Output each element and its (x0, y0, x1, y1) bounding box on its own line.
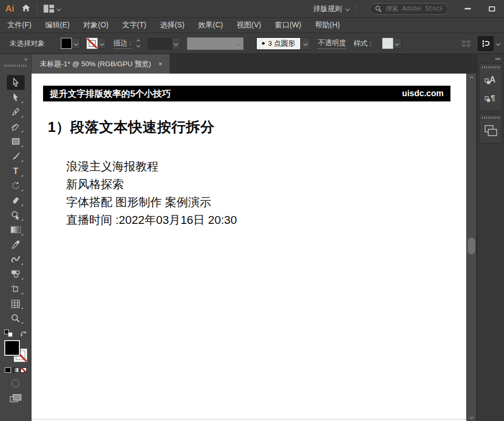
panel-glyph-icon (481, 39, 490, 48)
artboard-header-bar: 提升文字排版效率的5个小技巧 uisdc.com (43, 86, 450, 101)
maximize-button[interactable] (480, 2, 504, 16)
drawing-mode-icon[interactable] (12, 379, 19, 387)
stroke-color-swatch[interactable] (87, 38, 98, 49)
artboard-tool[interactable] (7, 281, 25, 296)
paragraph-styles-icon[interactable]: ¶ (482, 90, 500, 106)
selection-tool[interactable] (7, 75, 25, 90)
menu-object[interactable]: 对象(O) (83, 20, 109, 30)
eyedropper-tool[interactable] (7, 237, 25, 252)
menu-view[interactable]: 视图(V) (237, 20, 261, 30)
brush-dropdown-button[interactable] (301, 37, 310, 50)
style-dropdown-button[interactable] (393, 38, 402, 49)
home-icon[interactable] (22, 4, 30, 14)
styles-panel-group: A ¶ (479, 64, 502, 111)
search-input[interactable] (385, 5, 443, 13)
gradient-tool[interactable] (7, 222, 25, 237)
svg-text:T: T (13, 167, 18, 176)
rectangle-tool[interactable] (7, 134, 25, 149)
artboard-heading: 1）段落文本快速按行拆分 (48, 118, 215, 137)
illustrator-window: Ai 排版规则 文件(F) 编辑(E) 对象(O) 文字(T) (0, 0, 504, 421)
document-tab-title: 未标题-1* @ 50% (RGB/GPU 预览) (40, 59, 151, 69)
chevron-down-icon (174, 41, 178, 45)
stroke-weight-dropdown-button[interactable] (172, 37, 181, 50)
rotate-tool[interactable] (7, 178, 25, 193)
maximize-icon (489, 6, 495, 12)
screen-mode-icon[interactable] (9, 394, 22, 403)
brush-definition-dropdown[interactable]: 3 点圆形 (256, 37, 301, 50)
menu-select[interactable]: 选择(S) (160, 20, 185, 30)
canvas[interactable]: 提升文字排版效率的5个小技巧 uisdc.com 1）段落文本快速按行拆分 浪漫… (32, 74, 466, 421)
gradient-mode-chip[interactable] (13, 367, 19, 373)
panel-grip[interactable] (482, 66, 500, 68)
width-tool[interactable] (7, 252, 25, 266)
close-tab-icon[interactable]: × (159, 60, 163, 68)
none-mode-chip[interactable] (20, 367, 27, 373)
panel-grip[interactable] (482, 117, 500, 119)
fill-indicator-swatch[interactable] (4, 340, 20, 356)
color-controls (0, 330, 31, 403)
toolbar-grip[interactable] (4, 65, 27, 67)
selection-status: 未选择对象 (9, 39, 55, 48)
character-styles-icon[interactable]: A (482, 73, 500, 88)
toolbar-collapse-icon[interactable]: » (24, 56, 27, 62)
stroke-weight-field[interactable] (148, 38, 172, 49)
menu-effect[interactable]: 效果(C) (198, 20, 223, 30)
workspace-switcher[interactable]: 排版规则 (313, 4, 349, 14)
type-tool[interactable]: T (7, 163, 25, 178)
artboards-icon[interactable] (482, 123, 500, 139)
artboards-panel-group (479, 114, 502, 143)
document-tab[interactable]: 未标题-1* @ 50% (RGB/GPU 预览) × (32, 54, 170, 74)
brush-preview-dot-icon (262, 42, 265, 45)
scrollbar-thumb[interactable] (468, 238, 475, 254)
scroll-up-arrow[interactable] (466, 74, 477, 82)
chevron-down-icon (395, 41, 399, 45)
chevron-down-icon (99, 41, 103, 45)
stroke-panel-link[interactable]: 描边 : (113, 38, 132, 49)
stroke-weight-stepper[interactable] (136, 38, 141, 48)
align-icon (462, 40, 470, 47)
menu-bar: 文件(F) 编辑(E) 对象(O) 文字(T) 选择(S) 效果(C) 视图(V… (0, 18, 504, 33)
zoom-tool[interactable] (7, 311, 25, 325)
app-logo: Ai (5, 4, 14, 14)
stock-search-box[interactable] (370, 3, 448, 15)
chevron-down-icon (236, 41, 240, 45)
minimize-icon (465, 8, 471, 9)
chevron-down-icon (136, 44, 140, 47)
fill-color-swatch[interactable] (61, 38, 72, 49)
curvature-tool[interactable] (7, 119, 25, 134)
graphic-style-swatch[interactable] (382, 38, 393, 49)
paintbrush-tool[interactable] (7, 149, 25, 163)
opacity-link[interactable]: 不透明度 (318, 38, 346, 49)
default-fill-stroke-icon[interactable] (4, 330, 13, 337)
chevron-down-icon (469, 415, 473, 418)
vertical-scrollbar[interactable] (466, 74, 477, 421)
fill-color-dropdown-button[interactable] (72, 38, 80, 49)
divider (37, 4, 37, 14)
artboard-header-title: 提升文字排版效率的5个小技巧 (50, 88, 171, 100)
pen-tool[interactable] (7, 105, 25, 119)
stroke-color-dropdown-button[interactable] (98, 38, 106, 49)
divider (355, 4, 356, 14)
chevron-down-icon[interactable] (496, 41, 500, 45)
workspace-label: 排版规则 (313, 4, 342, 14)
menu-window[interactable]: 窗口(W) (275, 20, 301, 30)
menu-file[interactable]: 文件(F) (7, 20, 32, 30)
svg-text:¶: ¶ (490, 93, 495, 102)
color-mode-chip[interactable] (5, 367, 11, 373)
minimize-button[interactable] (456, 2, 480, 16)
eraser-tool[interactable] (7, 193, 25, 208)
menu-help[interactable]: 帮助(H) (315, 20, 340, 30)
scroll-down-arrow[interactable] (466, 413, 477, 421)
dock-collapse-icon[interactable]: «« (495, 55, 500, 61)
menu-edit[interactable]: 编辑(E) (45, 20, 70, 30)
chevron-up-icon (136, 39, 140, 43)
control-panel-options-button[interactable] (478, 36, 494, 51)
swap-fill-stroke-icon[interactable] (20, 330, 27, 337)
symbol-shapes-tool[interactable] (7, 266, 25, 281)
direct-selection-tool[interactable] (7, 90, 25, 105)
chevron-down-icon (74, 41, 78, 45)
arrange-documents-button[interactable] (44, 5, 60, 13)
shape-builder-tool[interactable] (7, 208, 25, 222)
menu-type[interactable]: 文字(T) (122, 20, 146, 30)
perspective-grid-tool[interactable] (7, 296, 25, 311)
